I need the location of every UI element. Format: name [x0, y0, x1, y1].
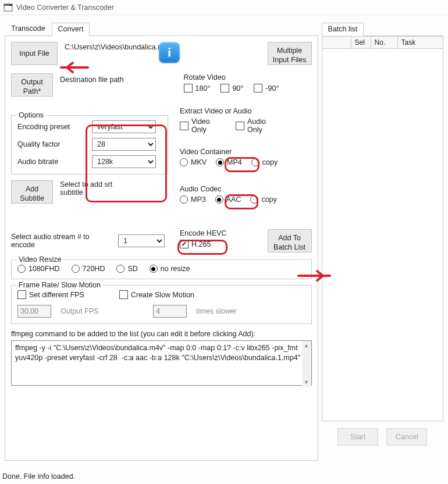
times-slower-label: times slower	[196, 307, 236, 315]
container-mkv-label: MKV	[191, 158, 207, 166]
container-copy-label: copy	[262, 158, 278, 166]
batch-table-header: Sel No. Task	[322, 36, 443, 49]
output-fps-input[interactable]	[17, 305, 51, 318]
ffmpeg-caption: ffmpeg command to be added to the list (…	[11, 330, 312, 338]
extract-title: Extract Video or Audio	[180, 107, 308, 115]
fps-legend: Frame Rate/ Slow Motion	[16, 281, 103, 289]
resize-1080-label: 1080FHD	[29, 265, 60, 273]
tab-transcode[interactable]: Transcode	[5, 22, 52, 35]
resize-fieldset: Video Resize 1080FHD 720HD SD no resize	[11, 259, 312, 279]
output-fps-label: Output FPS	[61, 307, 98, 315]
cancel-button[interactable]: Cancel	[386, 428, 427, 446]
svg-point-4	[8, 4, 9, 5]
audio-only-checkbox[interactable]	[236, 122, 244, 130]
add-subtitle-button[interactable]: Add Subtitle	[11, 180, 53, 204]
hevc-label: H.265	[191, 240, 211, 248]
slow-motion-checkbox[interactable]	[119, 290, 128, 299]
hevc-title: Encode HEVC	[180, 229, 227, 237]
audio-only-label: Audio Only	[247, 118, 271, 134]
container-mp4-radio[interactable]	[216, 158, 224, 166]
video-only-label: Video Only	[191, 118, 215, 134]
multiple-input-files-button[interactable]: Multiple Input Files	[268, 42, 312, 65]
ffmpeg-command-textarea[interactable]: ffmpeg -y -i "C:\Users\z\Videos\bundalic…	[11, 340, 312, 386]
add-to-batch-button[interactable]: Add To Batch List	[268, 229, 312, 252]
rotate-180-label: 180°	[195, 84, 211, 92]
fps-fieldset: Frame Rate/ Slow Motion Set different FP…	[11, 285, 312, 324]
preset-label: Encoding preset	[17, 123, 87, 131]
acodec-title: Audio Codec	[180, 185, 314, 193]
col-sel[interactable]: Sel	[351, 37, 371, 48]
resize-none-radio[interactable]	[150, 265, 158, 273]
convert-panel: Input File C:\Users\z\Videos\bundalica.m…	[5, 36, 318, 461]
container-copy-radio[interactable]	[251, 158, 259, 166]
scroll-down-icon[interactable]: ▼	[302, 378, 311, 387]
slow-motion-label: Create Slow Motion	[131, 291, 194, 299]
acodec-aac-label: AAC	[226, 195, 241, 204]
rotate-neg90-checkbox[interactable]	[254, 84, 262, 92]
status-bar: Done. File info loaded.	[2, 472, 75, 481]
subtitle-hint: Select to add srt subtitle	[60, 180, 130, 197]
quality-label: Quality factor	[17, 140, 87, 148]
info-icon: i	[159, 42, 180, 63]
audio-stream-label: Select audio stream # to encode	[11, 233, 110, 249]
resize-1080-radio[interactable]	[17, 265, 26, 273]
container-mkv-radio[interactable]	[180, 158, 188, 166]
hevc-checkbox[interactable]	[180, 240, 189, 248]
left-tabs: Transcode Convert	[5, 22, 318, 36]
acodec-copy-radio[interactable]	[250, 195, 258, 204]
svg-point-3	[6, 4, 8, 5]
resize-720-label: 720HD	[83, 265, 105, 273]
textarea-scrollbar[interactable]: ▲ ▼	[302, 341, 311, 387]
preset-select[interactable]: veryfast	[92, 120, 156, 133]
start-button[interactable]: Start	[337, 428, 378, 446]
acodec-aac-radio[interactable]	[215, 195, 223, 204]
tab-convert[interactable]: Convert	[52, 23, 90, 36]
options-fieldset: Options Encoding preset veryfast Quality…	[11, 115, 168, 175]
col-task[interactable]: Task	[398, 37, 443, 48]
video-only-checkbox[interactable]	[180, 122, 189, 130]
window-title: Video Converter & Transcoder	[16, 3, 114, 12]
set-fps-label: Set different FPS	[29, 291, 84, 299]
times-slower-input[interactable]	[153, 305, 187, 318]
app-icon	[3, 3, 13, 12]
container-title: Video Container	[180, 148, 314, 156]
acodec-copy-label: copy	[261, 195, 276, 204]
abitrate-label: Audio bitrate	[17, 158, 87, 166]
col-no[interactable]: No.	[371, 37, 398, 48]
output-path-button[interactable]: Output Path*	[11, 73, 53, 97]
title-bar: Video Converter & Transcoder	[0, 0, 448, 15]
rotate-90-checkbox[interactable]	[221, 84, 229, 92]
resize-sd-radio[interactable]	[116, 265, 125, 273]
resize-none-label: no resize	[161, 265, 190, 273]
tab-batch-list[interactable]: Batch list	[322, 23, 364, 36]
resize-sd-label: SD	[127, 265, 137, 273]
set-fps-checkbox[interactable]	[17, 290, 26, 299]
audio-stream-select[interactable]: 1	[118, 234, 165, 247]
destination-label: Destination file path	[60, 73, 124, 84]
batch-table-body	[322, 49, 443, 421]
rotate-neg90-label: -90°	[265, 84, 279, 92]
input-file-button[interactable]: Input File	[11, 42, 58, 65]
resize-720-radio[interactable]	[72, 265, 80, 273]
svg-point-2	[5, 4, 6, 5]
abitrate-select[interactable]: 128k	[92, 155, 156, 168]
options-legend: Options	[16, 111, 46, 119]
acodec-mp3-radio[interactable]	[180, 195, 188, 204]
scroll-up-icon[interactable]: ▲	[302, 341, 311, 350]
rotate-90-label: 90°	[232, 84, 243, 92]
input-file-path: C:\Users\z\Videos\bundalica.m4v	[65, 42, 152, 51]
rotate-180-checkbox[interactable]	[184, 84, 193, 92]
quality-select[interactable]: 28	[92, 138, 156, 151]
resize-legend: Video Resize	[16, 255, 63, 264]
right-tabs: Batch list	[322, 22, 443, 36]
container-mp4-label: MP4	[227, 158, 242, 166]
rotate-title: Rotate Video	[184, 73, 312, 81]
acodec-mp3-label: MP3	[191, 195, 206, 204]
col-blank[interactable]	[322, 37, 351, 48]
